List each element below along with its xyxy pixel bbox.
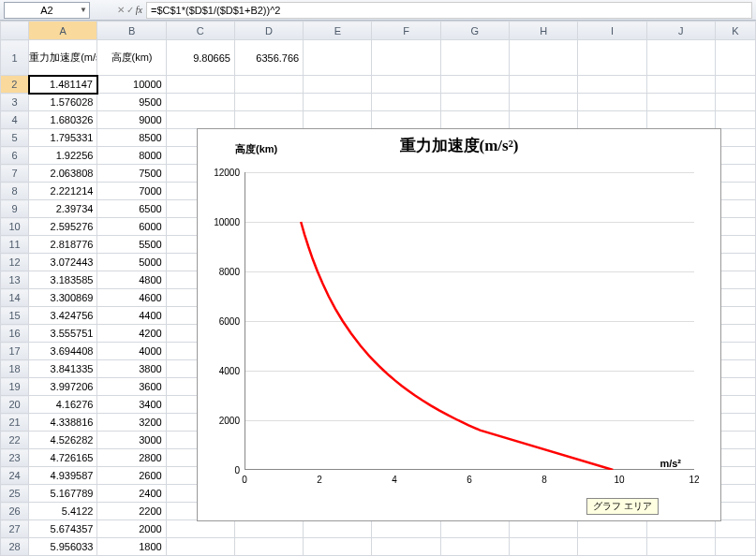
cell-H27[interactable] <box>510 520 578 538</box>
plot-area[interactable]: 020004000600080001000012000 <box>245 172 694 470</box>
cell-B19[interactable]: 3600 <box>97 378 166 396</box>
cell-J4[interactable] <box>646 111 715 129</box>
cell-E2[interactable] <box>304 76 372 94</box>
cell-A9[interactable]: 2.39734 <box>29 200 97 218</box>
col-header-F[interactable]: F <box>372 22 440 40</box>
cell-B20[interactable]: 3400 <box>97 396 166 414</box>
cell-A6[interactable]: 1.92256 <box>29 147 97 165</box>
cell-A4[interactable]: 1.680326 <box>29 111 97 129</box>
row-header-18[interactable]: 18 <box>1 360 29 378</box>
row-header-24[interactable]: 24 <box>1 467 29 485</box>
col-header-K[interactable]: K <box>715 22 755 40</box>
cell-A14[interactable]: 3.300869 <box>29 289 97 307</box>
row-header-13[interactable]: 13 <box>1 271 29 289</box>
row-header-14[interactable]: 14 <box>1 289 29 307</box>
cell-E1[interactable] <box>304 40 372 76</box>
cell-C4[interactable] <box>166 111 234 129</box>
row-header-5[interactable]: 5 <box>1 129 29 147</box>
cell-J2[interactable] <box>646 76 715 94</box>
cell-A22[interactable]: 4.526282 <box>29 432 97 449</box>
cell-A15[interactable]: 3.424756 <box>29 307 97 325</box>
cell-J27[interactable] <box>646 520 715 538</box>
cell-A23[interactable]: 4.726165 <box>29 449 97 467</box>
cell-C28[interactable] <box>166 538 234 556</box>
cell-F2[interactable] <box>372 76 440 94</box>
cell-A21[interactable]: 4.338816 <box>29 414 97 432</box>
cell-A27[interactable]: 5.674357 <box>29 520 97 538</box>
cell-A17[interactable]: 3.694408 <box>29 343 97 360</box>
row-header-2[interactable]: 2 <box>1 76 29 94</box>
row-header-8[interactable]: 8 <box>1 183 29 200</box>
cell-K2[interactable] <box>715 76 755 94</box>
cell-A2[interactable]: 1.481147 <box>29 76 97 94</box>
dropdown-icon[interactable]: ▼ <box>80 6 87 14</box>
row-header-11[interactable]: 11 <box>1 236 29 254</box>
cell-F1[interactable] <box>372 40 440 76</box>
cell-A11[interactable]: 2.818776 <box>29 236 97 254</box>
cell-J28[interactable] <box>646 538 715 556</box>
cell-B21[interactable]: 3200 <box>97 414 166 432</box>
row-header-10[interactable]: 10 <box>1 218 29 236</box>
row-header-3[interactable]: 3 <box>1 94 29 111</box>
cell-A26[interactable]: 5.4122 <box>29 503 97 520</box>
cell-A19[interactable]: 3.997206 <box>29 378 97 396</box>
cell-I4[interactable] <box>578 111 646 129</box>
cell-D27[interactable] <box>234 520 303 538</box>
col-header-C[interactable]: C <box>166 22 234 40</box>
cell-I1[interactable] <box>578 40 646 76</box>
cell-B17[interactable]: 4000 <box>97 343 166 360</box>
cell-A10[interactable]: 2.595276 <box>29 218 97 236</box>
cell-G2[interactable] <box>440 76 509 94</box>
cell-I3[interactable] <box>578 94 646 111</box>
cell-D28[interactable] <box>234 538 303 556</box>
cell-B27[interactable]: 2000 <box>97 520 166 538</box>
cell-A24[interactable]: 4.939587 <box>29 467 97 485</box>
cell-C1[interactable]: 9.80665 <box>166 40 234 76</box>
cell-I28[interactable] <box>578 538 646 556</box>
row-header-21[interactable]: 21 <box>1 414 29 432</box>
cell-A12[interactable]: 3.072443 <box>29 254 97 271</box>
cell-B23[interactable]: 2800 <box>97 449 166 467</box>
cell-K28[interactable] <box>715 538 755 556</box>
cell-B11[interactable]: 5500 <box>97 236 166 254</box>
row-header-28[interactable]: 28 <box>1 538 29 556</box>
cell-D4[interactable] <box>234 111 303 129</box>
cell-B4[interactable]: 9000 <box>97 111 166 129</box>
cell-A20[interactable]: 4.16276 <box>29 396 97 414</box>
cell-E3[interactable] <box>304 94 372 111</box>
col-header-J[interactable]: J <box>646 22 715 40</box>
col-header-B[interactable]: B <box>97 22 166 40</box>
cell-C27[interactable] <box>166 520 234 538</box>
cell-K4[interactable] <box>715 111 755 129</box>
cancel-icon[interactable]: ✕ <box>117 5 125 15</box>
row-header-15[interactable]: 15 <box>1 307 29 325</box>
cell-G4[interactable] <box>440 111 509 129</box>
cell-H3[interactable] <box>510 94 578 111</box>
cell-B6[interactable]: 8000 <box>97 147 166 165</box>
cell-B16[interactable]: 4200 <box>97 325 166 343</box>
cell-B3[interactable]: 9500 <box>97 94 166 111</box>
cell-I27[interactable] <box>578 520 646 538</box>
col-header-G[interactable]: G <box>440 22 509 40</box>
cell-K1[interactable] <box>715 40 755 76</box>
cell-D2[interactable] <box>234 76 303 94</box>
cell-D1[interactable]: 6356.766 <box>234 40 303 76</box>
cell-B26[interactable]: 2200 <box>97 503 166 520</box>
row-header-6[interactable]: 6 <box>1 147 29 165</box>
row-header-1[interactable]: 1 <box>1 40 29 76</box>
cell-G1[interactable] <box>440 40 509 76</box>
cell-A5[interactable]: 1.795331 <box>29 129 97 147</box>
cell-B14[interactable]: 4600 <box>97 289 166 307</box>
row-header-12[interactable]: 12 <box>1 254 29 271</box>
cell-C2[interactable] <box>166 76 234 94</box>
cell-A3[interactable]: 1.576028 <box>29 94 97 111</box>
col-header-A[interactable]: A <box>29 22 97 40</box>
cell-G27[interactable] <box>440 520 509 538</box>
spreadsheet-grid[interactable]: ABCDEFGHIJK1重力加速度(m/s²)高度(km)9.806656356… <box>0 21 756 556</box>
cell-F28[interactable] <box>372 538 440 556</box>
row-header-20[interactable]: 20 <box>1 396 29 414</box>
cell-B13[interactable]: 4800 <box>97 271 166 289</box>
cell-B9[interactable]: 6500 <box>97 200 166 218</box>
col-header-H[interactable]: H <box>510 22 578 40</box>
cell-J3[interactable] <box>646 94 715 111</box>
